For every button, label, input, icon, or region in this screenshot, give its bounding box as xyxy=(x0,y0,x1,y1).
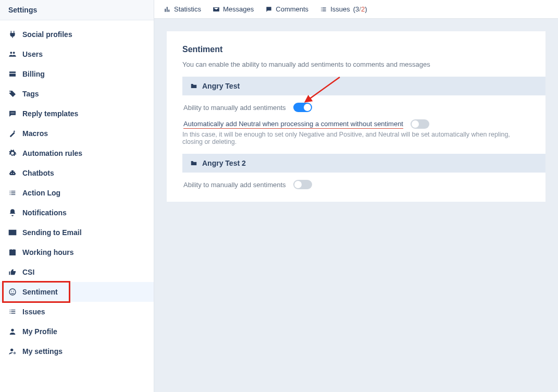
topbar-issues[interactable]: Issues (3/2) xyxy=(320,5,367,13)
sidebar-item-chatbots[interactable]: Chatbots xyxy=(0,163,154,183)
sidebar-item-label: Users xyxy=(22,50,43,58)
sidebar-item-label: Sentiment xyxy=(22,288,58,296)
sidebar-item-label: Automation rules xyxy=(22,149,82,157)
sidebar-item-label: Working hours xyxy=(22,248,74,256)
issues-counts: (3/2) xyxy=(353,5,367,13)
sidebar-item-my-profile[interactable]: My Profile xyxy=(0,322,154,341)
topbar-statistics[interactable]: Statistics xyxy=(164,5,201,13)
sidebar-item-label: My settings xyxy=(22,347,63,356)
sidebar-item-issues[interactable]: Issues xyxy=(0,302,154,322)
topbar-label: Statistics xyxy=(174,5,201,13)
folder-icon xyxy=(190,82,198,90)
setting-hint: In this case, it will be enough to set o… xyxy=(182,131,530,145)
plug-icon xyxy=(8,30,17,39)
sidebar-title: Settings xyxy=(0,0,154,20)
sidebar-item-csi[interactable]: CSI xyxy=(0,262,154,282)
sidebar-item-sending-to-email[interactable]: Sending to Email xyxy=(0,223,154,242)
comment-icon xyxy=(265,6,272,13)
envelope-icon xyxy=(8,228,17,237)
sidebar-item-automation-rules[interactable]: Automation rules xyxy=(0,143,154,163)
envelope-icon xyxy=(213,6,220,13)
list-icon xyxy=(8,308,17,316)
cogs-icon xyxy=(8,149,17,157)
setting-row: Ability to manually add sentiments xyxy=(182,95,530,112)
setting-label: Ability to manually add sentiments xyxy=(183,104,286,112)
sidebar-item-label: Social profiles xyxy=(22,30,72,39)
users-icon xyxy=(8,50,17,58)
sidebar-item-social-profiles[interactable]: Social profiles xyxy=(0,24,154,44)
topbar-label: Messages xyxy=(223,5,254,13)
list-check-icon xyxy=(320,6,327,13)
folder-icon xyxy=(190,160,198,167)
sidebar-item-label: My Profile xyxy=(22,327,57,336)
setting-toggle[interactable] xyxy=(411,119,429,129)
smile-icon xyxy=(8,288,17,296)
sidebar-item-my-settings[interactable]: My settings xyxy=(0,341,154,361)
section-header[interactable]: Angry Test xyxy=(182,77,545,95)
sidebar-item-billing[interactable]: Billing xyxy=(0,64,154,84)
topbar: Statistics Messages Comments Issues (3/2… xyxy=(154,0,558,19)
sidebar-item-label: Sending to Email xyxy=(22,228,82,237)
sidebar-item-label: Billing xyxy=(22,70,45,78)
sidebar-item-label: Reply templates xyxy=(22,109,78,118)
bar-chart-icon xyxy=(164,6,171,13)
chat-icon xyxy=(8,109,17,118)
topbar-comments[interactable]: Comments xyxy=(265,5,308,13)
sidebar-item-working-hours[interactable]: Working hours xyxy=(0,242,154,262)
bell-icon xyxy=(8,209,17,217)
calendar-icon xyxy=(8,248,17,256)
setting-row: Ability to manually add sentiments xyxy=(182,173,530,189)
setting-label: Automatically add Neutral when processin… xyxy=(183,120,403,129)
topbar-messages[interactable]: Messages xyxy=(213,5,254,13)
sentiment-panel: Sentiment You can enable the ability to … xyxy=(167,31,545,202)
sidebar-item-label: Chatbots xyxy=(22,169,54,177)
sidebar-item-label: Macros xyxy=(22,129,48,138)
user-icon xyxy=(8,327,17,336)
thumbs-icon xyxy=(8,268,17,276)
sidebar-item-users[interactable]: Users xyxy=(0,44,154,64)
setting-row: Automatically add Neutral when processin… xyxy=(182,112,530,129)
tags-icon xyxy=(8,90,17,98)
sidebar-item-label: Action Log xyxy=(22,189,60,197)
page-description: You can enable the ability to manually a… xyxy=(182,60,530,68)
section-title: Angry Test 2 xyxy=(202,159,246,167)
settings-sidebar: Settings Social profilesUsersBillingTags… xyxy=(0,0,154,392)
list-icon xyxy=(8,189,17,197)
sidebar-item-macros[interactable]: Macros xyxy=(0,124,154,143)
wand-icon xyxy=(8,129,17,138)
card-icon xyxy=(8,70,17,78)
setting-toggle[interactable] xyxy=(293,180,312,189)
section-title: Angry Test xyxy=(202,82,240,90)
topbar-label: Comments xyxy=(276,5,308,13)
sidebar-item-label: Notifications xyxy=(22,209,67,217)
setting-toggle[interactable] xyxy=(293,103,312,112)
page-title: Sentiment xyxy=(182,45,530,54)
sidebar-item-label: Tags xyxy=(22,90,39,98)
section-header[interactable]: Angry Test 2 xyxy=(182,154,545,173)
main-area: Statistics Messages Comments Issues (3/2… xyxy=(154,0,558,392)
sidebar-item-sentiment[interactable]: Sentiment xyxy=(0,282,154,302)
sidebar-item-tags[interactable]: Tags xyxy=(0,84,154,104)
sidebar-item-label: Issues xyxy=(22,308,45,316)
sidebar-item-action-log[interactable]: Action Log xyxy=(0,183,154,203)
topbar-label: Issues xyxy=(330,5,350,13)
robot-icon xyxy=(8,169,17,177)
sidebar-item-label: CSI xyxy=(22,268,34,276)
sidebar-item-reply-templates[interactable]: Reply templates xyxy=(0,104,154,124)
usercog-icon xyxy=(8,347,17,356)
sidebar-item-notifications[interactable]: Notifications xyxy=(0,203,154,223)
setting-label: Ability to manually add sentiments xyxy=(183,181,286,189)
